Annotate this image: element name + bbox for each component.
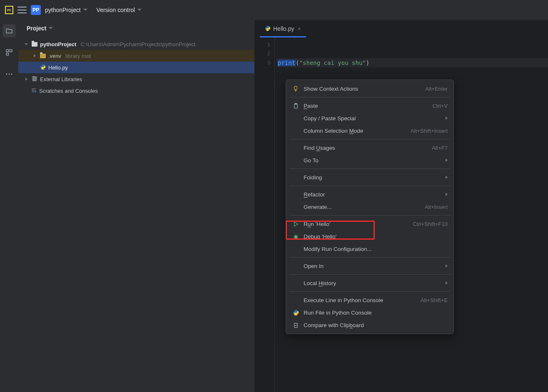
project-panel: Project pythonProject C:\Users\Admin\Pyc…: [18, 20, 255, 392]
chevron-down-icon: [49, 27, 53, 30]
svg-point-5: [11, 74, 12, 75]
python-icon: [292, 309, 299, 316]
menu-item-find-usages[interactable]: Find UsagesAlt+F7: [286, 141, 453, 154]
venv-name: .venv: [48, 53, 61, 59]
tab-filename: Hello.py: [273, 25, 294, 32]
menu-separator: [289, 139, 450, 139]
menu-item-paste[interactable]: PasteCtrl+V: [286, 99, 453, 112]
menu-separator: [289, 274, 450, 275]
tree-scratches[interactable]: Scratches and Consoles: [18, 85, 254, 97]
project-tool-button[interactable]: [2, 24, 16, 37]
folder-icon: [40, 54, 46, 58]
menu-item-label: Run File in Python Console: [304, 310, 448, 316]
root-path: C:\Users\Admin\PycharmProjects\pythonPro…: [80, 41, 195, 47]
svg-rect-6: [32, 76, 33, 81]
svg-rect-0: [6, 50, 8, 52]
menu-separator: [289, 257, 450, 258]
tab-hello[interactable]: Hello.py ×: [260, 21, 306, 37]
menu-item-label: Execute Line in Python Console: [304, 297, 411, 303]
menu-separator: [289, 291, 450, 292]
line-number: 2: [255, 49, 270, 58]
close-tab-icon[interactable]: ×: [298, 25, 301, 32]
menu-item-column-selection[interactable]: Column Selection ModeAlt+Shift+Insert: [286, 124, 453, 137]
menu-item-label: Debug 'Hello': [304, 233, 448, 240]
code-line[interactable]: [277, 40, 548, 49]
menu-item-open-in[interactable]: Open In: [286, 260, 453, 272]
main-menu-button[interactable]: [17, 7, 27, 13]
chevron-right-icon: [446, 117, 448, 120]
menu-shortcut: Ctrl+Shift+F10: [413, 221, 448, 227]
chevron-right-icon: [446, 176, 448, 179]
menu-item-label: Refactor: [304, 191, 441, 198]
more-tools-button[interactable]: [2, 67, 16, 81]
menu-item-folding[interactable]: Folding: [286, 171, 453, 184]
menu-item-run[interactable]: Run 'Hello'Ctrl+Shift+F10: [286, 218, 453, 230]
chevron-down-icon[interactable]: [23, 43, 29, 45]
menu-item-show-context-actions[interactable]: Show Context ActionsAlt+Enter: [286, 82, 453, 95]
bug-icon: [292, 233, 299, 240]
chevron-right-icon: [446, 281, 448, 285]
menu-item-exec-console[interactable]: Execute Line in Python ConsoleAlt+Shift+…: [286, 294, 453, 306]
menu-item-debug[interactable]: Debug 'Hello': [286, 230, 453, 243]
gutter: 1 2 3: [255, 37, 275, 392]
code-line[interactable]: [277, 49, 548, 58]
tree-file-hello[interactable]: Hello.py: [18, 62, 254, 73]
chevron-down-icon: [137, 9, 142, 11]
token-fn: print: [277, 60, 296, 66]
scratches-icon: [31, 87, 37, 94]
menu-item-refactor[interactable]: Refactor: [286, 188, 453, 201]
token-string: "sheng cai you shu": [299, 60, 366, 66]
svg-point-4: [9, 74, 10, 75]
menu-separator: [289, 97, 450, 97]
vcs-label: Version control: [97, 7, 135, 13]
menu-separator: [289, 169, 450, 169]
line-number: 3: [255, 58, 270, 67]
menu-item-label: Modify Run Configuration...: [304, 246, 448, 252]
menu-shortcut: Alt+F7: [432, 145, 448, 151]
project-panel-title: Project: [27, 25, 46, 32]
scratch-label: Scratches and Consoles: [39, 88, 98, 94]
menu-shortcut: Ctrl+V: [433, 103, 448, 109]
external-label: External Libraries: [40, 76, 82, 82]
menu-item-label: Column Selection Mode: [304, 128, 401, 134]
left-toolbar: [0, 20, 18, 392]
menu-item-label: Show Context Actions: [304, 86, 416, 92]
menu-shortcut: Alt+Shift+E: [421, 297, 448, 303]
svg-rect-8: [35, 77, 37, 81]
menu-item-label: Run 'Hello': [304, 221, 404, 227]
token-paren-open: (: [296, 60, 299, 66]
clipboard-compare-icon: [292, 321, 299, 329]
code-line-3[interactable]: print("sheng cai you shu"): [277, 58, 548, 67]
menu-item-local-history[interactable]: Local History: [286, 277, 453, 289]
menu-item-go-to[interactable]: Go To: [286, 154, 453, 166]
structure-tool-button[interactable]: [2, 46, 16, 59]
project-badge[interactable]: PP: [31, 5, 41, 15]
menu-item-generate[interactable]: Generate...Alt+Insert: [286, 201, 453, 213]
chevron-right-icon[interactable]: [23, 77, 29, 81]
menu-item-label: Folding: [304, 174, 441, 181]
bulb-icon: [292, 85, 299, 92]
menu-separator: [289, 186, 450, 186]
python-file-icon: [40, 64, 46, 71]
menu-separator: [289, 215, 450, 216]
menu-item-run-console[interactable]: Run File in Python Console: [286, 306, 453, 319]
menu-item-label: Local History: [304, 280, 441, 286]
project-selector[interactable]: pythonProject: [45, 7, 87, 13]
tree-external-libraries[interactable]: External Libraries: [18, 73, 254, 85]
tree-root[interactable]: pythonProject C:\Users\Admin\PycharmProj…: [18, 38, 254, 50]
menu-item-label: Compare with Clipboard: [304, 322, 448, 328]
menu-item-label: Generate...: [304, 204, 416, 210]
chevron-right-icon[interactable]: [32, 54, 37, 57]
clipboard-icon: [292, 102, 299, 109]
menu-item-modify-run-config[interactable]: Modify Run Configuration...: [286, 243, 453, 255]
svg-point-3: [6, 74, 7, 75]
tree-venv[interactable]: .venv library root: [18, 50, 254, 62]
svg-rect-1: [10, 50, 12, 52]
project-panel-header[interactable]: Project: [18, 20, 254, 37]
menu-item-compare-clipboard[interactable]: Compare with Clipboard: [286, 319, 453, 331]
menu-item-copy-paste-special[interactable]: Copy / Paste Special: [286, 112, 453, 124]
menu-shortcut: Alt+Shift+Insert: [411, 128, 448, 134]
python-file-icon: [265, 25, 271, 32]
version-control-menu[interactable]: Version control: [97, 7, 142, 13]
chevron-right-icon: [446, 159, 448, 162]
